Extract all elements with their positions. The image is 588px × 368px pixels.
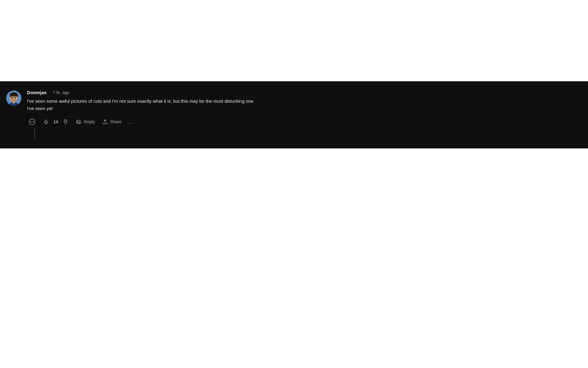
svg-point-8 (15, 97, 16, 99)
top-whitespace (0, 0, 588, 81)
comment-username[interactable]: Doomjas (27, 90, 47, 95)
avatar (6, 90, 21, 106)
comment-row: Doomjas · 7 hr. ago I've seen some awful… (0, 87, 588, 143)
more-options-button[interactable]: ... (126, 117, 137, 127)
comment-section: Doomjas · 7 hr. ago I've seen some awful… (0, 81, 588, 148)
comment-timestamp: 7 hr. ago (53, 90, 70, 95)
comment-text-line1: I've seen some awful pictures of cuts an… (27, 98, 253, 104)
upvote-button[interactable] (40, 117, 52, 127)
bottom-whitespace (0, 148, 588, 366)
like-count: 14 (53, 119, 58, 124)
more-options-label: ... (128, 119, 135, 125)
share-label: Share (110, 119, 121, 124)
comment-body: Doomjas · 7 hr. ago I've seen some awful… (27, 90, 582, 140)
downvote-button[interactable] (59, 117, 72, 127)
collapse-button[interactable] (27, 117, 37, 127)
comment-actions: 14 Reply (27, 117, 582, 127)
svg-point-9 (13, 99, 14, 99)
comment-dot: · (49, 90, 50, 95)
reply-button[interactable]: Reply (73, 117, 98, 127)
thread-line (34, 128, 35, 140)
comment-header: Doomjas · 7 hr. ago (27, 90, 582, 95)
share-button[interactable]: Share (99, 117, 124, 127)
comment-text-line2: I've seen yet (27, 106, 53, 111)
svg-rect-5 (10, 94, 11, 97)
svg-point-7 (12, 97, 13, 99)
comment-text: I've seen some awful pictures of cuts an… (27, 98, 450, 112)
reply-label: Reply (84, 119, 95, 124)
svg-rect-6 (17, 94, 18, 97)
